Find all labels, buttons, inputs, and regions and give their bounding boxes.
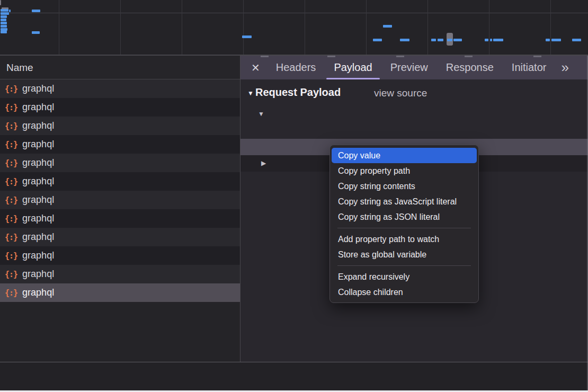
request-timing-bar <box>490 39 492 41</box>
json-braces-icon: {:} <box>5 288 17 298</box>
close-icon[interactable]: ✕ <box>251 61 260 74</box>
json-braces-icon: {:} <box>5 158 17 168</box>
request-timing-bar <box>572 39 581 41</box>
request-timing-bar <box>383 25 392 28</box>
request-row[interactable]: {:}graphql <box>0 265 240 283</box>
menu-item-copy-string-as-javascript-literal[interactable]: Copy string as JavaScript literal <box>330 194 478 209</box>
request-name: graphql <box>22 194 54 206</box>
request-timing-bar <box>373 39 382 41</box>
request-row[interactable]: {:}graphql <box>0 283 240 302</box>
menu-item-store-as-global-variable[interactable]: Store as global variable <box>330 247 478 262</box>
request-row[interactable]: {:}graphql <box>0 117 240 135</box>
json-braces-icon: {:} <box>5 121 17 131</box>
ruler-tick <box>327 56 335 57</box>
request-row[interactable]: {:}graphql <box>0 98 240 117</box>
request-timing-bar <box>1 9 8 12</box>
menu-separator <box>337 228 471 228</box>
request-name: graphql <box>22 102 54 113</box>
request-timing-bar <box>1 19 6 21</box>
request-row[interactable]: {:}graphql <box>0 191 240 209</box>
request-timing-bar <box>242 35 252 38</box>
request-timing-bar <box>546 39 550 41</box>
request-row[interactable]: {:}graphql <box>0 79 240 98</box>
request-timing-bar <box>1 15 7 18</box>
footer-empty-area <box>0 362 588 390</box>
menu-item-collapse-children[interactable]: Collapse children <box>330 284 478 300</box>
ruler-tick <box>396 56 404 57</box>
json-braces-icon: {:} <box>5 103 17 112</box>
request-timing-bar <box>9 10 11 12</box>
section-collapse-triangle-icon[interactable]: ▼ <box>247 90 254 97</box>
overview-band-divider <box>0 13 588 13</box>
request-timing-bar <box>400 39 409 41</box>
request-timing-bar <box>32 10 40 12</box>
tab-response[interactable]: Response <box>446 56 494 79</box>
request-timing-bar <box>1 22 7 24</box>
tab-initiator[interactable]: Initiator <box>512 56 547 79</box>
overview-gridline <box>59 0 59 55</box>
json-braces-icon: {:} <box>5 270 17 279</box>
json-braces-icon: {:} <box>5 84 17 94</box>
request-row[interactable]: {:}graphql <box>0 135 240 154</box>
request-row[interactable]: {:}graphql <box>0 209 240 228</box>
ruler-tick <box>465 56 473 57</box>
request-timing-bar <box>447 39 452 41</box>
json-braces-icon: {:} <box>5 195 17 205</box>
json-braces-icon: {:} <box>5 177 17 186</box>
network-overview-timeline[interactable] <box>0 0 588 56</box>
request-timing-bar <box>0 0 1 5</box>
section-title: Request Payload <box>255 86 341 99</box>
overview-gridline <box>120 0 121 55</box>
json-braces-icon: {:} <box>5 140 17 149</box>
ruler-tick <box>533 56 541 57</box>
request-name: graphql <box>22 287 54 298</box>
tab-preview[interactable]: Preview <box>390 56 428 79</box>
tab-headers[interactable]: Headers <box>276 56 316 79</box>
details-tabbar: ✕ HeadersPayloadPreviewResponseInitiator… <box>240 56 588 79</box>
menu-item-copy-property-path[interactable]: Copy property path <box>330 163 478 179</box>
request-payload-section-header: ▼ Request Payload view source <box>240 79 588 106</box>
details-tabs: HeadersPayloadPreviewResponseInitiator <box>276 56 547 79</box>
request-name: graphql <box>22 269 54 280</box>
request-row[interactable]: {:}graphql <box>0 228 240 246</box>
request-row[interactable]: {:}graphql <box>0 172 240 191</box>
json-braces-icon: {:} <box>5 233 17 242</box>
request-name: graphql <box>22 250 54 261</box>
request-row[interactable]: {:}graphql <box>0 154 240 172</box>
payload-root-row[interactable]: ▼ {operationName: "ipFlowTimeseries", va… <box>240 106 588 122</box>
tab-payload[interactable]: Payload <box>334 56 372 79</box>
menu-item-copy-string-contents[interactable]: Copy string contents <box>330 179 478 194</box>
request-timing-bar <box>1 12 9 15</box>
request-timing-bar <box>431 39 436 41</box>
request-list-rows: {:}graphql{:}graphql{:}graphql{:}graphql… <box>0 79 240 302</box>
menu-item-expand-recursively[interactable]: Expand recursively <box>330 269 478 284</box>
context-menu: Copy valueCopy property pathCopy string … <box>329 145 479 303</box>
devtools-network-panel: Name {:}graphql{:}graphql{:}graphql{:}gr… <box>0 0 588 392</box>
request-name: graphql <box>22 176 54 187</box>
request-timing-bar <box>485 39 488 41</box>
menu-item-add-property-path-to-watch[interactable]: Add property path to watch <box>330 231 478 247</box>
expand-triangle-icon[interactable]: ▼ <box>258 106 264 122</box>
payload-row-operationName[interactable]: operationName: "ipFlowTimeseries" <box>240 122 588 139</box>
name-column-label: Name <box>6 62 33 73</box>
request-name: graphql <box>22 213 54 224</box>
overview-gridline <box>243 0 244 55</box>
request-timing-bar <box>493 39 503 41</box>
request-timing-bar <box>1 31 7 33</box>
request-list-name-column-header[interactable]: Name <box>0 56 240 79</box>
menu-separator <box>337 265 471 266</box>
request-timing-bar <box>438 39 443 41</box>
expand-triangle-icon[interactable]: ▶ <box>261 155 266 172</box>
menu-item-copy-value[interactable]: Copy value <box>332 148 477 163</box>
menu-item-copy-string-as-json-literal[interactable]: Copy string as JSON literal <box>330 209 478 225</box>
request-name: graphql <box>22 157 54 168</box>
tab-overflow-chevron-icon[interactable]: » <box>561 59 568 76</box>
request-list-panel: Name {:}graphql{:}graphql{:}graphql{:}gr… <box>0 56 240 362</box>
request-name: graphql <box>22 139 54 150</box>
request-row[interactable]: {:}graphql <box>0 246 240 265</box>
request-timing-bar <box>1 25 7 28</box>
json-braces-icon: {:} <box>5 214 17 224</box>
overview-gridline <box>427 0 428 55</box>
view-source-link[interactable]: view source <box>374 87 427 99</box>
request-name: graphql <box>22 83 54 94</box>
